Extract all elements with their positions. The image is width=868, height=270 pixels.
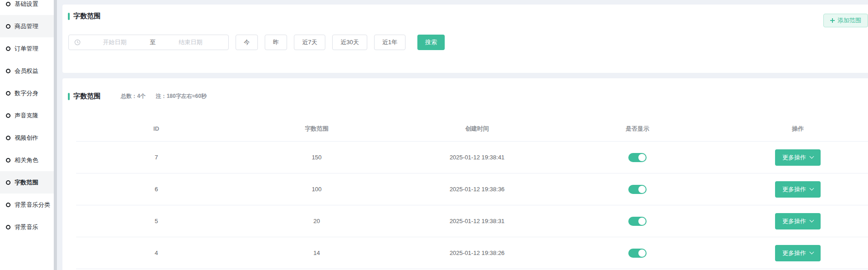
sidebar-item-label: 字数范围 (15, 178, 38, 187)
sidebar-item-bgm-category[interactable]: 背景音乐分类 (0, 194, 54, 216)
sidebar-item-label: 数字分身 (15, 89, 38, 97)
start-date-field[interactable]: 开始日期 (82, 38, 147, 46)
sidebar-item-related-roles[interactable]: 相关角色 (0, 149, 54, 171)
search-button[interactable]: 搜索 (417, 35, 445, 50)
column-header-actions: 操作 (718, 125, 868, 133)
chevron-down-icon (810, 186, 814, 191)
list-card: 字数范围 总数：4个 注：180字左右≈60秒 ID 字数范围 创建时间 是否显… (62, 78, 868, 270)
table-row: 4 14 2025-01-12 19:38:26 更多操作 (76, 237, 868, 269)
column-header-word-range: 字数范围 (236, 125, 397, 133)
quick-range-yesterday-button[interactable]: 昨 (265, 35, 287, 50)
cell-id: 7 (76, 154, 236, 161)
filter-row: 开始日期 至 结束日期 今 昨 近7天 近30天 近1年 搜索 (68, 35, 445, 50)
table-header-row: ID 字数范围 创建时间 是否显示 操作 (76, 116, 868, 142)
cell-word-range: 100 (236, 186, 397, 193)
cell-id: 6 (76, 186, 236, 193)
circle-icon (6, 46, 10, 51)
sidebar-item-voice-clone[interactable]: 声音克隆 (0, 104, 54, 127)
sidebar-item-order-management[interactable]: 订单管理 (0, 37, 54, 60)
sidebar-menu: 基础设置 商品管理 订单管理 会员权益 数字分身 声音克隆 (0, 0, 54, 238)
sidebar-item-label: 会员权益 (15, 67, 38, 75)
sidebar-item-basic-settings[interactable]: 基础设置 (0, 0, 54, 15)
more-actions-label: 更多操作 (782, 249, 806, 257)
sidebar-item-member-benefits[interactable]: 会员权益 (0, 60, 54, 82)
sidebar-item-product-management[interactable]: 商品管理 (0, 15, 54, 37)
cell-created-at: 2025-01-12 19:38:36 (397, 186, 557, 193)
add-range-button[interactable]: 添加范围 (823, 14, 868, 27)
list-card-title: 字数范围 (73, 92, 101, 101)
date-range-picker[interactable]: 开始日期 至 结束日期 (68, 35, 229, 50)
filter-card: 字数范围 开始日期 至 结束日期 今 昨 近7天 近 (62, 5, 868, 73)
visibility-toggle[interactable] (628, 185, 647, 194)
add-range-label: 添加范围 (837, 16, 861, 25)
admin-page: 基础设置 商品管理 订单管理 会员权益 数字分身 声音克隆 (0, 0, 868, 270)
circle-icon (6, 113, 10, 118)
clock-icon (74, 39, 81, 46)
end-date-field[interactable]: 结束日期 (159, 38, 223, 46)
date-range-separator: 至 (147, 38, 159, 46)
total-count-text: 总数：4个 (121, 92, 146, 100)
sidebar-item-video-creation[interactable]: 视频创作 (0, 127, 54, 149)
sidebar-item-label: 订单管理 (15, 45, 38, 53)
main-content: 字数范围 开始日期 至 结束日期 今 昨 近7天 近 (57, 0, 868, 270)
more-actions-button[interactable]: 更多操作 (775, 245, 821, 261)
circle-icon (6, 203, 10, 207)
visibility-toggle[interactable] (628, 153, 647, 162)
sidebar-item-digital-avatar[interactable]: 数字分身 (0, 82, 54, 104)
circle-icon (6, 180, 10, 185)
filter-card-header: 字数范围 (68, 12, 101, 20)
cell-id: 4 (76, 250, 236, 256)
more-actions-button[interactable]: 更多操作 (775, 213, 821, 229)
title-accent-bar (68, 13, 70, 20)
sidebar-item-label: 商品管理 (15, 22, 38, 31)
more-actions-label: 更多操作 (782, 217, 806, 225)
sidebar-item-label: 声音克隆 (15, 112, 38, 120)
cell-word-range: 14 (236, 250, 397, 256)
column-header-id: ID (76, 125, 236, 132)
circle-icon (6, 24, 10, 29)
title-accent-bar (68, 93, 70, 100)
word-range-table: ID 字数范围 创建时间 是否显示 操作 7 150 2025-01-12 19… (76, 116, 868, 269)
circle-icon (6, 158, 10, 163)
sidebar-item-label: 相关角色 (15, 156, 38, 164)
list-card-stats: 总数：4个 注：180字左右≈60秒 (121, 92, 207, 100)
sidebar-item-label: 背景音乐 (15, 223, 38, 231)
filter-card-title: 字数范围 (73, 12, 101, 20)
sidebar-scrollbar[interactable] (54, 0, 57, 270)
more-actions-label: 更多操作 (782, 185, 806, 194)
more-actions-button[interactable]: 更多操作 (775, 181, 821, 198)
sidebar-item-bgm[interactable]: 背景音乐 (0, 216, 54, 238)
column-header-created-at: 创建时间 (397, 125, 557, 133)
cell-id: 5 (76, 218, 236, 224)
circle-icon (6, 225, 10, 229)
visibility-toggle[interactable] (628, 249, 647, 258)
sidebar-item-label: 背景音乐分类 (15, 201, 50, 209)
cell-created-at: 2025-01-12 19:38:31 (397, 218, 557, 224)
chevron-down-icon (810, 250, 814, 255)
sidebar-item-label: 视频创作 (15, 134, 38, 142)
quick-range-1year-button[interactable]: 近1年 (374, 35, 406, 50)
quick-range-today-button[interactable]: 今 (236, 35, 258, 50)
cell-word-range: 20 (236, 218, 397, 224)
sidebar-item-word-count-range[interactable]: 字数范围 (0, 171, 54, 194)
quick-range-30days-button[interactable]: 近30天 (332, 35, 367, 50)
column-header-visible: 是否显示 (557, 125, 718, 133)
more-actions-button[interactable]: 更多操作 (775, 149, 821, 166)
sidebar-item-label: 基础设置 (15, 0, 38, 8)
table-row: 7 150 2025-01-12 19:38:41 更多操作 (76, 142, 868, 173)
circle-icon (6, 136, 10, 140)
more-actions-label: 更多操作 (782, 153, 806, 162)
cell-created-at: 2025-01-12 19:38:41 (397, 154, 557, 161)
cell-created-at: 2025-01-12 19:38:26 (397, 250, 557, 256)
circle-icon (6, 2, 10, 6)
sidebar: 基础设置 商品管理 订单管理 会员权益 数字分身 声音克隆 (0, 0, 54, 270)
cell-word-range: 150 (236, 154, 397, 161)
table-row: 5 20 2025-01-12 19:38:31 更多操作 (76, 205, 868, 237)
quick-range-7days-button[interactable]: 近7天 (294, 35, 325, 50)
circle-icon (6, 91, 10, 96)
plus-icon (830, 18, 835, 23)
table-row: 6 100 2025-01-12 19:38:36 更多操作 (76, 173, 868, 205)
note-text: 注：180字左右≈60秒 (156, 92, 207, 100)
visibility-toggle[interactable] (628, 217, 647, 226)
list-card-header: 字数范围 总数：4个 注：180字左右≈60秒 (68, 92, 207, 101)
